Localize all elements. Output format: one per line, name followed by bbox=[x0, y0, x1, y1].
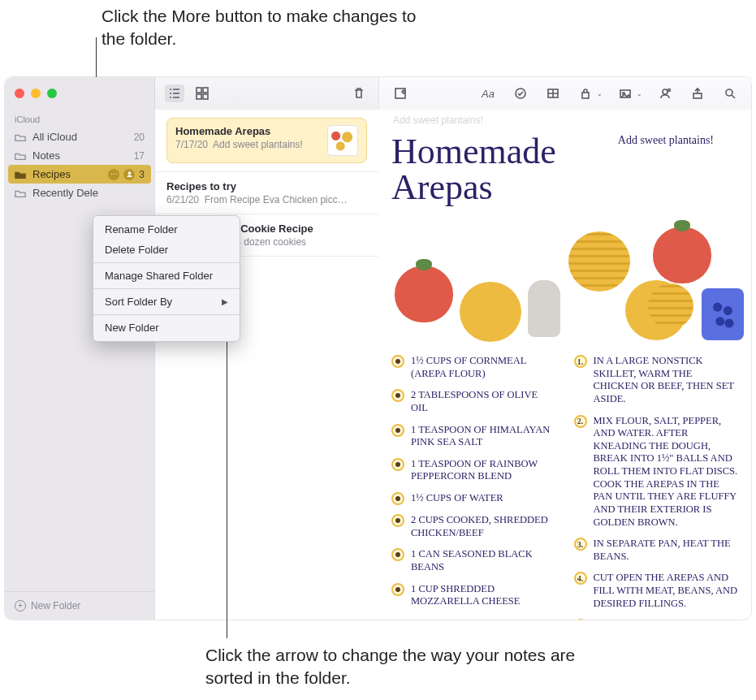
menu-separator bbox=[93, 314, 240, 315]
svg-point-10 bbox=[663, 89, 667, 94]
notes-app-window: Aa ⌄ ⌄ bbox=[5, 77, 751, 620]
folder-context-menu: Rename FolderDelete FolderManage Shared … bbox=[93, 215, 240, 342]
note-item-selected[interactable]: Homemade Arepas 7/17/20 Add sweet planta… bbox=[155, 110, 378, 172]
step-item: 4.Cut open the arepas and fill with meat… bbox=[574, 572, 739, 610]
callout-top: Click the More button to make changes to… bbox=[102, 5, 443, 51]
bullet-icon bbox=[391, 355, 404, 368]
svg-rect-1 bbox=[203, 88, 208, 93]
list-view-button[interactable] bbox=[165, 84, 184, 102]
step-number-icon: 4. bbox=[574, 572, 587, 585]
ingredient-text: 2 cups cooked, shredded chicken/beef bbox=[411, 514, 556, 539]
lemon-illustration bbox=[568, 231, 630, 292]
menu-item[interactable]: Rename Folder bbox=[93, 219, 240, 240]
sidebar-item-recipes[interactable]: Recipes ⋯ 3 bbox=[8, 165, 151, 184]
tomato-illustration bbox=[395, 266, 453, 322]
checklist-button[interactable] bbox=[511, 84, 530, 102]
ingredient-item: 1 can seasoned black beans bbox=[391, 548, 556, 573]
note-subtitle: s 4 dozen cookies bbox=[228, 236, 367, 248]
folder-icon bbox=[15, 188, 26, 198]
sidebar: iCloud All iCloud 20 Notes 17 Recipes ⋯ … bbox=[5, 110, 154, 620]
bullet-icon bbox=[391, 548, 404, 561]
shaker-illustration bbox=[528, 280, 560, 337]
folder-icon bbox=[15, 151, 26, 161]
submenu-arrow-icon: ▶ bbox=[222, 297, 228, 306]
chevron-down-icon: ⌄ bbox=[597, 90, 603, 97]
zoom-window-button[interactable] bbox=[47, 89, 57, 98]
ingredient-item: 1 teaspoon of rainbow peppercorn blend bbox=[391, 458, 556, 483]
window-toolbar: Aa ⌄ ⌄ bbox=[5, 77, 751, 110]
bullet-icon bbox=[391, 492, 404, 505]
tomato-illustration bbox=[653, 227, 711, 283]
sidebar-item-notes[interactable]: Notes 17 bbox=[5, 146, 154, 165]
bullet-icon bbox=[391, 514, 404, 527]
more-button[interactable]: ⋯ bbox=[108, 169, 119, 180]
svg-point-13 bbox=[726, 89, 732, 96]
photo-icon bbox=[616, 84, 635, 102]
ingredient-item: 1½ cups of water bbox=[391, 492, 556, 505]
lock-menu[interactable]: ⌄ bbox=[576, 84, 603, 102]
sidebar-item-count: 3 bbox=[139, 169, 145, 180]
gallery-view-button[interactable] bbox=[192, 84, 212, 102]
sidebar-item-label: All iCloud bbox=[32, 131, 77, 143]
close-window-button[interactable] bbox=[15, 89, 24, 98]
note-item[interactable]: Recipes to try 6/21/20 From Recipe Eva C… bbox=[155, 172, 378, 214]
bullet-icon bbox=[391, 424, 404, 437]
step-item: 5.Serve with rice. bbox=[574, 619, 739, 620]
step-text: Mix flour, salt, pepper, and water. Afte… bbox=[594, 415, 739, 529]
ingredients-column: 1½ cups of cornmeal (arepa flour)2 table… bbox=[391, 355, 556, 620]
ingredient-item: 1 teaspoon of Himalayan pink sea salt bbox=[391, 424, 556, 449]
ingredient-text: 1½ cups of cornmeal (arepa flour) bbox=[411, 355, 556, 380]
callout-bottom: Click the arrow to change the way your n… bbox=[205, 644, 579, 690]
ingredient-text: 1½ cups of water bbox=[411, 492, 503, 505]
bullet-icon bbox=[391, 583, 404, 596]
step-number-icon: 5. bbox=[574, 619, 587, 620]
note-canvas[interactable]: Add sweet plantains! HomemadeArepas Add … bbox=[378, 110, 751, 620]
sidebar-item-count: 20 bbox=[134, 132, 145, 143]
note-subtitle: 7/17/20 Add sweet plantains! bbox=[175, 139, 319, 150]
table-button[interactable] bbox=[543, 84, 563, 102]
collaborate-button[interactable] bbox=[655, 84, 675, 102]
chevron-down-icon: ⌄ bbox=[637, 90, 642, 97]
ingredient-text: 2 tablespoons of olive oil bbox=[411, 389, 556, 414]
note-title: Recipes to try bbox=[166, 180, 367, 192]
note-thumbnail bbox=[327, 125, 358, 156]
menu-item[interactable]: Sort Folder By▶ bbox=[93, 292, 240, 312]
svg-rect-3 bbox=[203, 94, 208, 99]
ingredient-item: 2 tablespoons of olive oil bbox=[391, 389, 556, 414]
trash-button[interactable] bbox=[349, 84, 369, 102]
new-note-button[interactable] bbox=[391, 84, 410, 102]
menu-item[interactable]: Delete Folder bbox=[93, 240, 240, 260]
sidebar-item-label: Notes bbox=[32, 149, 60, 162]
toolbar-sidebar-zone bbox=[5, 77, 154, 110]
menu-separator bbox=[93, 288, 240, 289]
ingredient-text: 1 cup shredded mozzarella cheese bbox=[411, 583, 556, 608]
sidebar-item-label: Recently Dele bbox=[32, 187, 98, 199]
illustration-row bbox=[391, 212, 738, 350]
sidebar-section-heading: iCloud bbox=[5, 110, 154, 127]
menu-separator bbox=[93, 262, 240, 263]
menu-item[interactable]: New Folder bbox=[93, 318, 240, 338]
step-text: In a large nonstick skillet, warm the ch… bbox=[594, 355, 739, 406]
svg-rect-7 bbox=[582, 93, 589, 98]
sidebar-item-recently-deleted[interactable]: Recently Dele bbox=[5, 184, 154, 202]
note-header-faded: Add sweet plantains! bbox=[393, 115, 483, 126]
menu-item[interactable]: Manage Shared Folder bbox=[93, 266, 240, 286]
share-button[interactable] bbox=[688, 84, 707, 102]
minimize-window-button[interactable] bbox=[31, 89, 41, 98]
sidebar-item-all-icloud[interactable]: All iCloud 20 bbox=[5, 127, 154, 146]
new-folder-button[interactable]: + New Folder bbox=[5, 591, 154, 620]
svg-rect-0 bbox=[197, 88, 201, 93]
search-button[interactable] bbox=[720, 84, 740, 102]
sidebar-item-label: Recipes bbox=[32, 168, 71, 180]
main-content: iCloud All iCloud 20 Notes 17 Recipes ⋯ … bbox=[5, 110, 751, 620]
ingredient-item: 1½ cups of cornmeal (arepa flour) bbox=[391, 355, 556, 380]
lock-icon bbox=[576, 84, 595, 102]
shared-icon bbox=[123, 169, 135, 180]
media-menu[interactable]: ⌄ bbox=[616, 84, 642, 102]
plus-icon: + bbox=[15, 600, 26, 611]
step-item: 1.In a large nonstick skillet, warm the … bbox=[574, 355, 739, 406]
toolbar-note-zone: Aa ⌄ ⌄ bbox=[378, 77, 751, 110]
note-subtitle: 6/21/20 From Recipe Eva Chicken picc… bbox=[166, 194, 367, 205]
steps-column: 1.In a large nonstick skillet, warm the … bbox=[574, 355, 739, 620]
text-format-button[interactable]: Aa bbox=[478, 84, 498, 102]
